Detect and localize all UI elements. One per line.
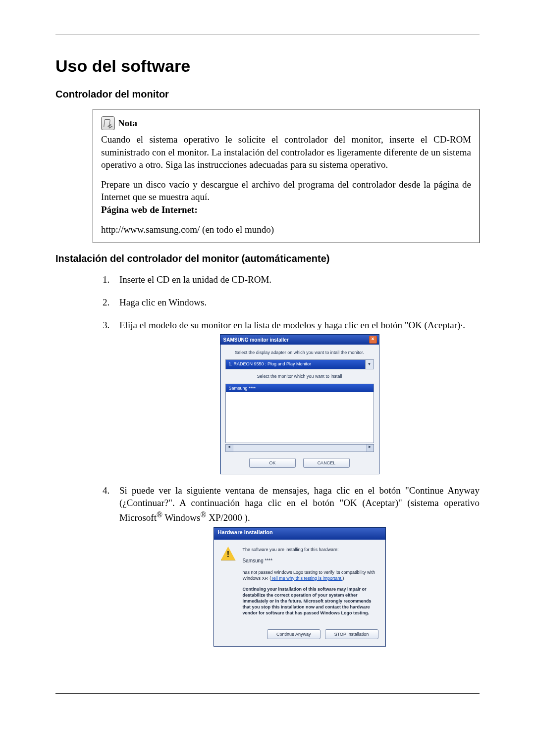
note-body: Cuando el sistema operativo le solicite … (101, 133, 471, 236)
note-paragraph-2: Prepare un disco vacío y descargue el ar… (101, 178, 471, 216)
document-page: Uso del software Controlador del monitor… (0, 0, 535, 713)
list-horizontal-scrollbar[interactable]: ◄ ► (225, 444, 374, 452)
dialog-title: SAMSUNG monitor installer (223, 337, 289, 344)
top-rule (55, 35, 480, 35)
note-paragraph-1: Cuando el sistema operativo le solicite … (101, 133, 471, 171)
xp-p2: has not passed Windows Logo testing to v… (243, 569, 378, 581)
xp-button-row: Continue Anyway STOP Installation (214, 626, 385, 646)
dialog-body: Select the display adapter on which you … (220, 345, 379, 473)
install-steps: Inserte el CD en la unidad de CD-ROM. Ha… (103, 273, 480, 646)
xp-device-name: Samsung **** (243, 557, 378, 564)
section-heading-install: Instalación del controlador del monitor … (55, 252, 480, 265)
step-4: Si puede ver la siguiente ventana de men… (103, 484, 480, 647)
step-4c: XP/2000 ). (206, 512, 250, 523)
ok-button[interactable]: OK (249, 458, 296, 468)
xp-link[interactable]: Tell me why this testing is important. (271, 576, 342, 581)
hardware-installation-figure: Hardware Installation The software you a… (119, 527, 480, 647)
dialog-titlebar: SAMSUNG monitor installer × (220, 335, 379, 345)
adapter-selected: 1. RADEON 9550 : Plug and Play Monitor (226, 360, 365, 369)
note-p2-text: Prepare un disco vacío y descargue el ar… (101, 179, 471, 202)
scroll-track[interactable] (233, 445, 366, 452)
adapter-dropdown[interactable]: 1. RADEON 9550 : Plug and Play Monitor ▼ (225, 359, 374, 369)
stop-installation-button[interactable]: STOP Installation (325, 629, 378, 639)
samsung-installer-dialog: SAMSUNG monitor installer × Select the d… (220, 334, 379, 474)
step-3-text: Elija el modelo de su monitor en la list… (119, 320, 465, 330)
note-icon (101, 116, 115, 130)
note-url: http://www.samsung.com/ (en todo el mund… (101, 223, 471, 236)
note-label: Nota (118, 117, 137, 130)
step-1: Inserte el CD en la unidad de CD-ROM. (103, 273, 480, 286)
bottom-rule (55, 693, 480, 694)
scroll-left-icon[interactable]: ◄ (226, 445, 233, 452)
page-title: Uso del software (55, 55, 480, 78)
dialog-button-row: OK CANCEL (225, 452, 374, 468)
chevron-down-icon[interactable]: ▼ (365, 360, 374, 369)
samsung-installer-figure: SAMSUNG monitor installer × Select the d… (119, 334, 480, 474)
step-4b: Windows (162, 512, 200, 523)
xp-dialog-title: Hardware Installation (214, 528, 385, 540)
note-header: Nota (101, 116, 471, 130)
scroll-right-icon[interactable]: ► (366, 445, 374, 452)
note-box: Nota Cuando el sistema operativo le soli… (93, 109, 480, 243)
xp-dialog-body: The software you are installing for this… (214, 540, 385, 626)
close-icon[interactable]: × (369, 336, 377, 344)
section-heading-driver: Controlador del monitor (55, 88, 480, 101)
xp-dialog-text: The software you are installing for this… (243, 547, 378, 621)
xp-p2b: ) (342, 576, 344, 581)
warning-icon (221, 547, 236, 560)
monitor-list[interactable]: Samsung **** (225, 384, 374, 443)
note-site-label: Página web de Internet: (101, 204, 198, 215)
cancel-button[interactable]: CANCEL (303, 458, 350, 468)
xp-p1: The software you are installing for this… (243, 547, 378, 553)
step-2: Haga clic en Windows. (103, 296, 480, 309)
installer-line2: Select the monitor which you want to ins… (225, 373, 374, 379)
monitor-list-item[interactable]: Samsung **** (226, 384, 374, 392)
xp-p3: Continuing your installation of this sof… (243, 586, 378, 616)
step-3: Elija el modelo de su monitor en la list… (103, 319, 480, 474)
continue-anyway-button[interactable]: Continue Anyway (267, 629, 321, 639)
installer-line1: Select the display adapter on which you … (225, 350, 374, 355)
note-box-wrap: Nota Cuando el sistema operativo le soli… (93, 109, 480, 243)
hardware-installation-dialog: Hardware Installation The software you a… (214, 527, 386, 647)
